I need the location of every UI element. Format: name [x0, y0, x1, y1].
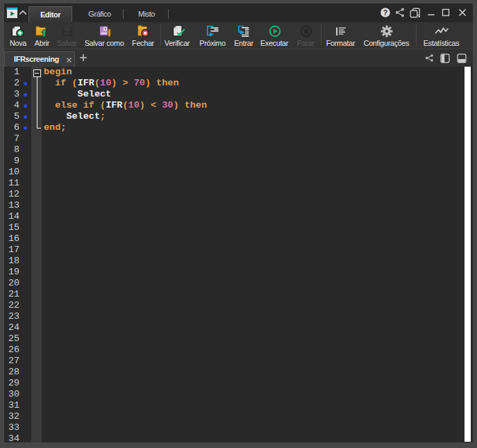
- svg-text:?: ?: [383, 8, 387, 17]
